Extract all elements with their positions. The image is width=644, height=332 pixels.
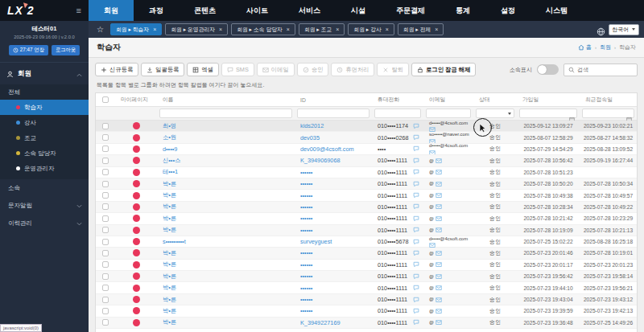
column-header-휴대전화[interactable]: 휴대전화 <box>372 96 423 104</box>
table-row[interactable]: 박•른••••••010••••1111@승인2025-07-28 10:49:… <box>96 190 637 201</box>
column-header-마이페이지[interactable]: 마이페이지 <box>115 96 157 104</box>
mypage-dot[interactable] <box>133 203 140 211</box>
row-checkbox[interactable] <box>102 192 109 199</box>
row-name-link[interactable]: 소•원 <box>163 133 176 141</box>
sms-bubble-icon[interactable] <box>413 308 419 314</box>
row-name-link[interactable]: s•••••••••t <box>163 238 186 245</box>
logo[interactable]: LX 2 ≡ <box>0 0 89 21</box>
mypage-dot[interactable] <box>133 134 140 141</box>
row-id-link[interactable]: •••••• <box>300 307 312 314</box>
sms-bubble-icon[interactable] <box>413 239 419 245</box>
affiliation-toggle[interactable] <box>537 64 559 75</box>
row-name-link[interactable]: 박•른 <box>163 307 176 314</box>
sms-bubble-icon[interactable] <box>413 123 419 129</box>
row-name-link[interactable]: 박•른 <box>163 215 176 222</box>
table-row[interactable]: 박•른••••••010••••1111@승인2025-07-23 19:44:… <box>96 282 637 293</box>
table-row[interactable]: 박•른••••••010••••1111@승인2025-07-28 10:21:… <box>96 213 637 224</box>
top-nav-item-주문결제[interactable]: 주문결제 <box>381 0 440 21</box>
mypage-dot[interactable] <box>133 227 140 234</box>
top-nav-item-시설[interactable]: 시설 <box>336 0 381 21</box>
sidebar-item-운영관리자[interactable]: 운영관리자 <box>0 161 89 176</box>
envelope-icon[interactable] <box>436 273 442 280</box>
row-checkbox[interactable] <box>102 146 109 152</box>
row-checkbox[interactable] <box>102 308 109 314</box>
row-id-link[interactable]: •••••• <box>300 180 312 187</box>
column-header-가입일[interactable]: 가입일 <box>517 96 580 104</box>
mypage-dot[interactable] <box>133 238 140 245</box>
row-id-link[interactable]: •••••• <box>300 296 312 303</box>
toolbar-button-일괄등록[interactable]: 일괄등록 <box>141 63 184 76</box>
sidebar-section-members[interactable]: 회원 <box>0 63 89 84</box>
envelope-icon[interactable] <box>436 250 442 256</box>
sms-bubble-icon[interactable] <box>413 169 419 175</box>
search-input[interactable] <box>577 67 633 72</box>
sidebar-item-이력관리[interactable]: 이력관리 <box>0 215 89 232</box>
row-checkbox[interactable] <box>102 203 109 210</box>
row-name-link[interactable]: 박•른 <box>163 260 176 268</box>
filter-id-input[interactable] <box>297 109 369 118</box>
envelope-icon[interactable] <box>429 242 436 248</box>
sidebar-item-문자알림[interactable]: 문자알림 <box>0 197 89 215</box>
tab-회원 ▸ 소속 담당자[interactable]: 회원 ▸ 소속 담당자× <box>231 23 295 35</box>
mypage-dot[interactable] <box>133 169 140 176</box>
sms-bubble-icon[interactable] <box>413 215 419 222</box>
tab-close-icon[interactable]: × <box>153 27 156 32</box>
tab-close-icon[interactable]: × <box>386 27 389 32</box>
tab-회원 ▸ 조교[interactable]: 회원 ▸ 조교× <box>299 23 345 35</box>
row-checkbox[interactable] <box>102 123 109 129</box>
row-id-link[interactable]: dev009@4csoft.com <box>300 146 354 153</box>
column-header-이름[interactable]: 이름 <box>157 96 295 104</box>
row-id-link[interactable]: K_3949227169 <box>300 319 341 326</box>
sms-bubble-icon[interactable] <box>413 297 419 303</box>
sidebar-item-소속 담당자[interactable]: 소속 담당자 <box>0 146 89 161</box>
row-checkbox[interactable] <box>102 158 109 164</box>
row-name-link[interactable]: d••••9 <box>163 146 177 153</box>
envelope-icon[interactable] <box>436 297 442 303</box>
tab-close-icon[interactable]: × <box>219 27 222 32</box>
row-id-link[interactable]: •••••• <box>300 227 312 234</box>
row-name-link[interactable]: 최•영 <box>163 122 176 129</box>
row-id-link[interactable]: •••••• <box>300 285 312 292</box>
row-name-link[interactable]: 박•른 <box>163 284 176 291</box>
mypage-dot[interactable] <box>133 319 140 326</box>
row-checkbox[interactable] <box>102 227 109 233</box>
table-row[interactable]: 박•른••••••010••••1111@승인2025-07-28 10:19:… <box>96 225 637 236</box>
sms-bubble-icon[interactable] <box>413 285 419 291</box>
top-nav-item-시스템[interactable]: 시스템 <box>530 0 583 21</box>
row-checkbox[interactable] <box>102 239 109 245</box>
row-name-link[interactable]: 박•른 <box>163 296 176 303</box>
mypage-dot[interactable] <box>133 122 140 129</box>
row-name-link[interactable]: 박•른 <box>163 203 176 210</box>
row-checkbox[interactable] <box>102 319 109 326</box>
toolbar-button-엑셀[interactable]: 엑셀 <box>187 63 219 76</box>
envelope-icon[interactable] <box>436 192 442 199</box>
row-checkbox[interactable] <box>102 261 109 268</box>
sms-bubble-icon[interactable] <box>413 203 419 210</box>
toolbar-button-신규등록[interactable]: 신규등록 <box>95 63 138 76</box>
toolbar-button-로그인 잠금 해제[interactable]: 로그인 잠금 해제 <box>411 63 476 76</box>
table-row[interactable]: 박•른••••••010••••1111@승인2025-07-23 19:56:… <box>96 271 637 282</box>
filter-joined-date[interactable] <box>519 109 577 118</box>
envelope-icon[interactable] <box>436 319 442 326</box>
tab-회원 ▸ 운영관리자[interactable]: 회원 ▸ 운영관리자× <box>165 23 228 35</box>
filter-name-input[interactable] <box>159 109 292 118</box>
column-header-ID[interactable]: ID <box>295 97 372 103</box>
sidebar-item-조교[interactable]: 조교 <box>0 130 89 146</box>
breadcrumb-홈[interactable]: 홈 <box>578 43 592 51</box>
table-row[interactable]: 최•영kids2012010••••1174d•••••@4csoft.com승… <box>96 121 637 132</box>
mypage-dot[interactable] <box>133 307 140 314</box>
row-name-link[interactable]: 테•••1 <box>163 168 178 175</box>
session-extend-button[interactable]: 27:47 연장 <box>9 45 48 55</box>
table-row[interactable]: 박•른••••••010••••1111@승인2025-07-23 20:01:… <box>96 248 637 259</box>
row-id-link[interactable]: •••••• <box>300 215 312 222</box>
sidebar-item-전체[interactable]: 전체 <box>0 84 89 100</box>
sms-bubble-icon[interactable] <box>413 134 419 141</box>
sms-bubble-icon[interactable] <box>413 181 419 187</box>
row-id-link[interactable]: kids2012 <box>300 122 324 129</box>
tab-회원 ▸ 전체[interactable]: 회원 ▸ 전체× <box>398 23 444 35</box>
sms-bubble-icon[interactable] <box>413 250 419 256</box>
top-nav-item-서비스[interactable]: 서비스 <box>283 0 336 21</box>
mypage-dot[interactable] <box>133 261 140 268</box>
sms-bubble-icon[interactable] <box>413 192 419 199</box>
row-checkbox[interactable] <box>102 215 109 222</box>
